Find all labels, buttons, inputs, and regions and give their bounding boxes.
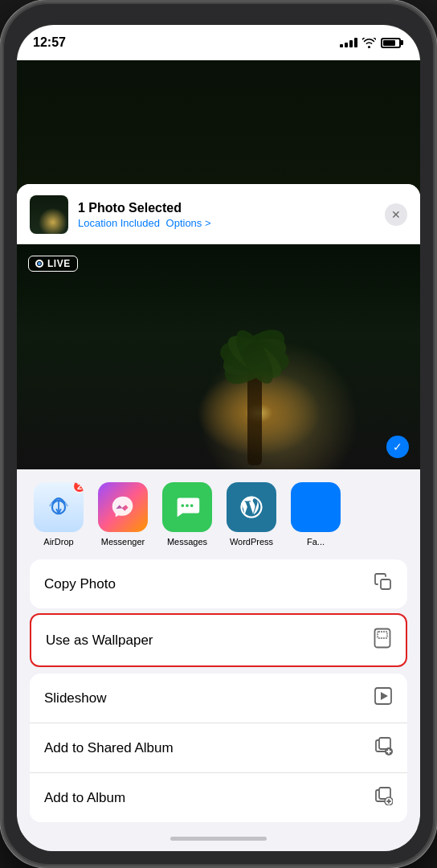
home-bar [170,837,267,841]
wordpress-label: WordPress [230,537,273,547]
partial-label: Fa... [307,537,325,547]
copy-icon [374,572,393,596]
share-title: 1 Photo Selected [78,201,375,215]
slideshow-item[interactable]: Slideshow [30,674,407,723]
wordpress-icon [236,492,267,522]
messenger-label: Messenger [101,537,145,547]
airdrop-icon-wrap: 2 [34,482,84,532]
add-shared-album-label: Add to Shared Album [44,740,174,756]
location-text: Location Included [78,217,160,229]
add-to-album-label: Add to Album [44,790,125,806]
messages-label: Messages [167,537,207,547]
shared-album-icon [374,736,393,760]
share-sheet: 1 Photo Selected Location Included Optio… [17,184,420,851]
signal-icon [340,38,357,47]
share-header: 1 Photo Selected Location Included Optio… [17,184,420,244]
messages-icon-wrap [162,482,212,532]
live-badge: LIVE [28,256,78,272]
app-icon-airdrop[interactable]: 2 AirDrop [30,482,88,547]
airdrop-badge: 2 [72,482,84,493]
svg-point-18 [186,504,189,507]
app-icon-partial[interactable]: Fa... [287,482,345,547]
action-list-top: Copy Photo [30,559,407,608]
app-icons-scroll: 2 AirDrop [17,482,420,547]
copy-photo-label: Copy Photo [44,576,116,592]
close-button[interactable]: ✕ [385,203,407,226]
messenger-icon [108,492,138,522]
close-icon: ✕ [391,208,401,221]
app-icon-messenger[interactable]: Messenger [94,482,152,547]
share-info: 1 Photo Selected Location Included Optio… [78,201,375,229]
live-dot-icon [35,260,43,268]
selected-check-icon: ✓ [386,436,409,458]
messenger-icon-wrap [98,482,148,532]
slideshow-label: Slideshow [44,690,107,706]
share-subtitle: Location Included Options > [78,217,375,229]
home-indicator [17,829,420,851]
preview-tree [194,293,315,469]
battery-icon [381,38,401,48]
svg-rect-8 [247,369,262,465]
share-thumbnail [30,195,68,234]
partial-icon [291,482,341,532]
use-as-wallpaper-item[interactable]: Use as Wallpaper [30,613,407,667]
wifi-icon [362,38,376,48]
svg-marker-25 [381,692,388,700]
app-icon-messages[interactable]: Messages [158,482,216,547]
svg-rect-21 [381,579,390,589]
airdrop-icon [44,493,73,522]
app-icons-row: 2 AirDrop [17,469,420,553]
add-album-icon [374,786,393,809]
airdrop-label: AirDrop [43,537,73,547]
messages-icon [172,492,202,522]
wallpaper-icon [374,628,391,653]
play-icon [374,686,393,710]
phone-screen: 12:57 [17,25,420,851]
svg-point-14 [244,343,266,365]
phone-frame: 12:57 [0,0,437,868]
add-shared-album-item[interactable]: Add to Shared Album [30,723,407,773]
svg-point-17 [181,504,184,507]
svg-rect-27 [379,738,390,749]
svg-rect-23 [378,632,387,638]
use-as-wallpaper-label: Use as Wallpaper [46,633,153,649]
copy-photo-item[interactable]: Copy Photo [30,559,407,608]
share-preview-image: LIVE ✓ [17,244,420,469]
action-list-bottom: Slideshow Add to Shared Album [30,674,407,822]
app-icon-wordpress[interactable]: WordPress [223,482,280,547]
svg-point-19 [190,504,194,507]
status-time: 12:57 [33,35,66,50]
wordpress-icon-wrap [227,482,276,532]
options-link[interactable]: Options > [166,217,211,229]
status-bar: 12:57 [17,25,420,60]
live-text: LIVE [47,258,71,269]
add-to-album-item[interactable]: Add to Album [30,773,407,822]
status-icons [340,38,401,48]
